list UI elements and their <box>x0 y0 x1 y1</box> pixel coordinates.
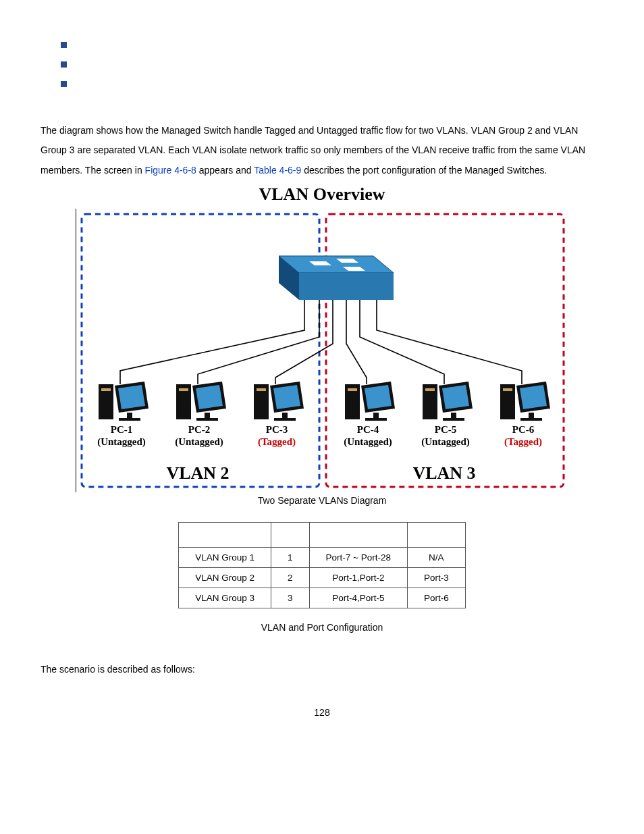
col-untagged <box>309 523 407 548</box>
vlan-diagram-svg: PC-1(Untagged)PC-2(Untagged)PC-3(Tagged)… <box>76 209 569 492</box>
cell-untagged: Port-4,Port-5 <box>309 588 407 608</box>
pc-name-label: PC-4 <box>356 424 379 435</box>
svg-marker-11 <box>118 385 145 409</box>
closing-text: The scenario is described as follows: <box>41 660 603 679</box>
bullet-icon <box>61 81 67 87</box>
col-id <box>271 523 310 548</box>
cell-group: VLAN Group 2 <box>179 568 271 588</box>
diagram-frame: PC-1(Untagged)PC-2(Untagged)PC-3(Tagged)… <box>76 209 569 492</box>
cell-tagged: N/A <box>407 548 465 568</box>
svg-rect-24 <box>282 413 288 418</box>
pc-tag-label: (Untagged) <box>175 436 223 448</box>
page-number: 128 <box>41 707 603 718</box>
svg-marker-41 <box>520 385 547 409</box>
cell-tagged: Port-3 <box>407 568 465 588</box>
svg-rect-18 <box>205 413 210 418</box>
figure-link[interactable]: Figure 4-6-8 <box>145 165 196 176</box>
pc-name-label: PC-3 <box>265 424 288 435</box>
vlan-overview-figure: VLAN Overview <box>41 184 603 506</box>
pc-tag-label: (Tagged) <box>257 436 295 448</box>
svg-rect-37 <box>443 418 464 421</box>
svg-rect-13 <box>119 418 140 421</box>
svg-rect-36 <box>451 413 456 418</box>
pc-icon: PC-1(Untagged) <box>97 382 149 448</box>
pc-tag-label: (Tagged) <box>504 436 541 448</box>
table-header-row <box>179 523 466 548</box>
svg-marker-29 <box>365 385 392 409</box>
svg-rect-21 <box>257 388 266 391</box>
table-caption: VLAN and Port Configuration <box>41 622 603 633</box>
figure-caption: Two Separate VLANs Diagram <box>41 495 603 506</box>
pc-icon: PC-6(Tagged) <box>500 382 550 448</box>
cell-id: 3 <box>271 588 310 608</box>
table-row: VLAN Group 11Port-7 ~ Port-28N/A <box>179 548 466 568</box>
switch-icon <box>279 256 394 300</box>
svg-rect-19 <box>196 418 218 421</box>
cell-untagged: Port-7 ~ Port-28 <box>309 548 407 568</box>
cell-untagged: Port-1,Port-2 <box>309 568 407 588</box>
col-tagged <box>407 523 465 548</box>
pc-icon: PC-3(Tagged) <box>254 382 304 448</box>
pc-icon: PC-4(Untagged) <box>344 382 395 448</box>
pc-icon: PC-2(Untagged) <box>175 382 226 448</box>
table-row: VLAN Group 22Port-1,Port-2Port-3 <box>179 568 466 588</box>
pc-tag-label: (Untagged) <box>421 436 470 448</box>
pc-name-label: PC-1 <box>110 424 132 435</box>
vlan-config-table: VLAN Group 11Port-7 ~ Port-28N/AVLAN Gro… <box>178 522 466 608</box>
svg-rect-39 <box>503 388 512 391</box>
pc-name-label: PC-2 <box>188 424 210 435</box>
cell-id: 2 <box>271 568 310 588</box>
table-row: VLAN Group 33Port-4,Port-5Port-6 <box>179 588 466 608</box>
svg-marker-23 <box>273 385 300 409</box>
bullet-icon <box>61 42 67 48</box>
svg-rect-15 <box>179 388 188 391</box>
bullet-icon <box>61 61 67 68</box>
svg-rect-43 <box>520 418 542 421</box>
intro-paragraph: The diagram shows how the Managed Switch… <box>41 121 603 180</box>
vlan3-label: VLAN 3 <box>412 463 475 483</box>
svg-rect-30 <box>373 413 379 418</box>
table-link[interactable]: Table 4-6-9 <box>254 165 301 176</box>
pc-icon: PC-5(Untagged) <box>421 382 473 448</box>
pc-name-label: PC-6 <box>512 424 534 435</box>
svg-marker-17 <box>196 385 223 409</box>
svg-rect-9 <box>101 388 111 391</box>
svg-marker-35 <box>442 385 469 409</box>
vlan2-label: VLAN 2 <box>166 463 229 483</box>
svg-rect-27 <box>348 388 357 391</box>
pc-name-label: PC-5 <box>434 424 456 435</box>
intro-text: describes the port configuration of the … <box>304 165 547 176</box>
cell-id: 1 <box>271 548 310 568</box>
pc-tag-label: (Untagged) <box>344 436 392 448</box>
svg-marker-4 <box>299 273 394 300</box>
pc-tag-label: (Untagged) <box>97 436 146 448</box>
svg-rect-12 <box>127 413 132 418</box>
svg-rect-42 <box>529 413 534 418</box>
col-group <box>179 523 271 548</box>
svg-rect-31 <box>365 418 387 421</box>
svg-rect-25 <box>274 418 296 421</box>
cell-group: VLAN Group 3 <box>179 588 271 608</box>
cell-tagged: Port-6 <box>407 588 465 608</box>
cell-group: VLAN Group 1 <box>179 548 271 568</box>
intro-text: appears and <box>199 165 254 176</box>
bullet-list <box>61 35 603 94</box>
figure-title: VLAN Overview <box>41 184 603 205</box>
svg-rect-33 <box>425 388 435 391</box>
